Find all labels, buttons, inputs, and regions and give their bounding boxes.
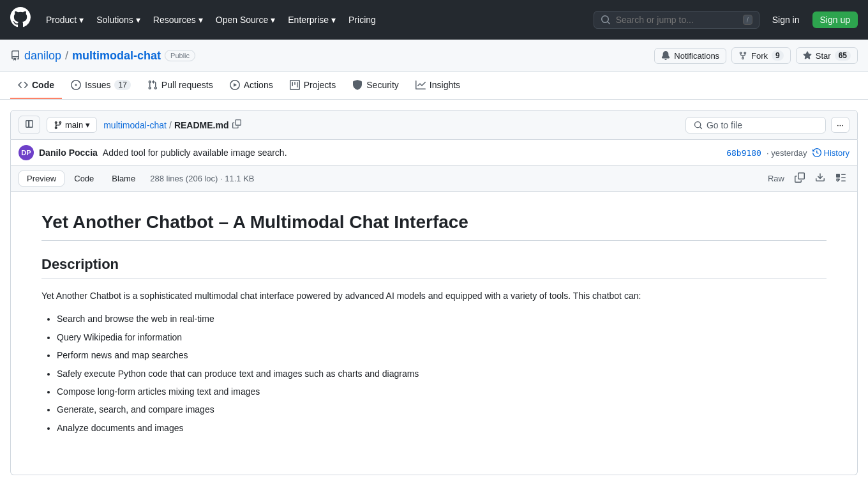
tab-code[interactable]: Code xyxy=(10,72,62,99)
repo-icon xyxy=(10,50,20,61)
tab-insights[interactable]: Insights xyxy=(408,72,468,99)
repo-path: danilop / multimodal-chat Public xyxy=(10,49,195,63)
commit-author[interactable]: Danilo Poccia xyxy=(39,148,98,158)
star-label: Star xyxy=(816,51,831,61)
tab-security[interactable]: Security xyxy=(345,72,407,99)
nav-item-enterprise[interactable]: Enterprise ▾ xyxy=(283,11,341,29)
list-item: Perform news and map searches xyxy=(57,348,827,362)
blame-tab[interactable]: Blame xyxy=(103,171,144,187)
three-dots-icon: ··· xyxy=(837,120,844,130)
file-tab-left: Preview Code Blame 288 lines (206 loc) ·… xyxy=(19,171,255,187)
commit-time: · yesterday xyxy=(767,148,807,158)
list-item: Query Wikipedia for information xyxy=(57,330,827,344)
file-tabs: Preview Code Blame 288 lines (206 loc) ·… xyxy=(10,166,858,192)
tab-security-label: Security xyxy=(366,80,399,90)
chevron-down-icon: ▾ xyxy=(198,15,203,25)
download-button[interactable] xyxy=(811,170,829,187)
list-icon xyxy=(835,172,846,183)
signup-button[interactable]: Sign up xyxy=(812,11,858,28)
notifications-label: Notifications xyxy=(674,51,719,61)
search-bar[interactable]: / xyxy=(594,11,760,29)
copy-path-button[interactable] xyxy=(231,118,243,132)
copy-file-button[interactable] xyxy=(791,170,809,187)
branch-chevron-icon: ▾ xyxy=(86,120,90,130)
chevron-down-icon: ▾ xyxy=(271,15,275,25)
insights-icon xyxy=(415,80,426,90)
repo-badge: Public xyxy=(165,50,195,61)
signin-button[interactable]: Sign in xyxy=(767,11,805,29)
path-slash: / xyxy=(169,120,172,130)
tab-issues-label: Issues xyxy=(85,80,110,90)
readme-description-heading: Description xyxy=(41,256,827,278)
repo-path-slash: / xyxy=(65,49,68,63)
fork-button[interactable]: Fork 9 xyxy=(731,47,791,64)
list-item: Generate, search, and compare images xyxy=(57,402,827,416)
issues-icon xyxy=(71,80,81,90)
issues-badge: 17 xyxy=(114,80,130,90)
nav-item-open-source-label: Open Source xyxy=(216,15,269,25)
history-button[interactable]: History xyxy=(812,148,849,158)
file-path: multimodal-chat / README.md xyxy=(103,118,243,132)
outline-button[interactable] xyxy=(832,170,849,187)
top-nav-right: / Sign in Sign up xyxy=(594,11,858,29)
download-icon xyxy=(815,172,825,183)
chevron-down-icon: ▾ xyxy=(79,15,84,25)
nav-item-resources-label: Resources xyxy=(153,15,196,25)
sidebar-toggle-icon xyxy=(24,119,34,129)
repo-header: danilop / multimodal-chat Public Notific… xyxy=(0,40,868,72)
preview-tab[interactable]: Preview xyxy=(19,171,64,187)
nav-item-open-source[interactable]: Open Source ▾ xyxy=(211,11,281,29)
file-area: main ▾ multimodal-chat / README.md Go to xyxy=(0,100,868,485)
nav-item-pricing-label: Pricing xyxy=(348,15,376,25)
author-avatar: DP xyxy=(19,145,34,160)
bell-icon xyxy=(661,51,670,60)
nav-item-product[interactable]: Product ▾ xyxy=(41,11,89,29)
tab-actions-label: Actions xyxy=(244,80,273,90)
readme-intro: Yet Another Chatbot is a sophisticated m… xyxy=(41,289,827,303)
commit-left: DP Danilo Poccia Added tool for publicly… xyxy=(19,145,287,160)
code-tab[interactable]: Code xyxy=(66,171,102,187)
commit-sha[interactable]: 68b9180 xyxy=(726,148,761,158)
nav-item-pricing[interactable]: Pricing xyxy=(343,11,381,29)
readme-title: Yet Another Chatbot – A Multimodal Chat … xyxy=(41,212,827,241)
file-name: README.md xyxy=(174,120,229,130)
tab-nav: Code Issues 17 Pull requests Actions Pro… xyxy=(0,72,868,100)
tab-actions[interactable]: Actions xyxy=(222,72,281,99)
nav-item-resources[interactable]: Resources ▾ xyxy=(148,11,208,29)
readme-content: Yet Another Chatbot – A Multimodal Chat … xyxy=(10,192,858,475)
star-count: 65 xyxy=(835,50,851,61)
github-logo[interactable] xyxy=(10,7,31,33)
nav-items: Product ▾ Solutions ▾ Resources ▾ Open S… xyxy=(41,11,381,29)
sidebar-toggle-button[interactable] xyxy=(19,116,40,134)
raw-button[interactable]: Raw xyxy=(764,171,788,186)
fork-icon xyxy=(738,51,747,60)
tab-projects-label: Projects xyxy=(304,80,336,90)
star-button[interactable]: Star 65 xyxy=(796,47,858,64)
tab-projects[interactable]: Projects xyxy=(282,72,344,99)
file-meta: 288 lines (206 loc) · 11.1 KB xyxy=(150,174,254,183)
tab-insights-label: Insights xyxy=(430,80,460,90)
search-input[interactable] xyxy=(616,15,738,25)
commit-bar: DP Danilo Poccia Added tool for publicly… xyxy=(10,140,858,166)
branch-icon xyxy=(54,121,63,130)
repo-name-link[interactable]: multimodal-chat xyxy=(72,49,161,63)
branch-selector[interactable]: main ▾ xyxy=(47,117,97,133)
more-options-button[interactable]: ··· xyxy=(831,117,849,133)
goto-file-button[interactable]: Go to file xyxy=(685,117,826,133)
nav-item-product-label: Product xyxy=(46,15,77,25)
pr-icon xyxy=(147,80,158,90)
file-bar-left: main ▾ multimodal-chat / README.md xyxy=(19,116,243,134)
notifications-button[interactable]: Notifications xyxy=(654,48,726,64)
tab-issues[interactable]: Issues 17 xyxy=(63,72,138,99)
code-icon xyxy=(18,80,28,90)
tab-pull-requests[interactable]: Pull requests xyxy=(140,72,221,99)
dir-link[interactable]: multimodal-chat xyxy=(103,120,167,130)
repo-owner-link[interactable]: danilop xyxy=(24,49,61,63)
fork-count: 9 xyxy=(772,50,784,61)
copy-raw-icon xyxy=(795,172,805,183)
search-icon-sm xyxy=(694,121,703,130)
chevron-down-icon: ▾ xyxy=(331,15,336,25)
top-nav: Product ▾ Solutions ▾ Resources ▾ Open S… xyxy=(0,0,868,40)
list-item: Compose long-form articles mixing text a… xyxy=(57,385,827,399)
nav-item-solutions[interactable]: Solutions ▾ xyxy=(91,11,146,29)
